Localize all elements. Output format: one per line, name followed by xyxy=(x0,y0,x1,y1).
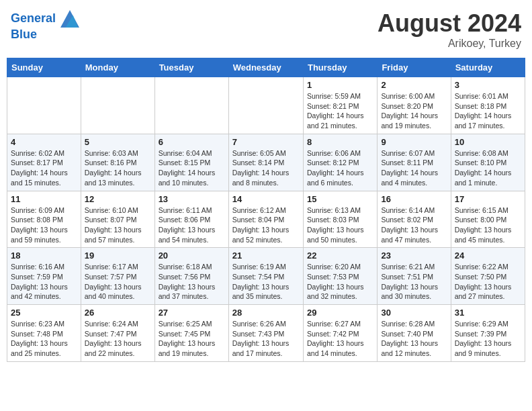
calendar-week-2: 4Sunrise: 6:02 AMSunset: 8:17 PMDaylight… xyxy=(7,134,525,191)
day-number: 8 xyxy=(307,137,373,147)
day-number: 4 xyxy=(11,137,77,147)
day-info: Sunrise: 6:14 AMSunset: 8:02 PMDaylight:… xyxy=(381,205,447,245)
day-number: 12 xyxy=(85,194,151,204)
logo: General Blue xyxy=(11,9,79,42)
day-info: Sunrise: 6:17 AMSunset: 7:57 PMDaylight:… xyxy=(85,262,151,302)
calendar-day-13: 13Sunrise: 6:11 AMSunset: 8:06 PMDayligh… xyxy=(154,191,228,248)
weekday-header-tuesday: Tuesday xyxy=(154,58,228,77)
calendar-day-15: 15Sunrise: 6:13 AMSunset: 8:03 PMDayligh… xyxy=(303,191,377,248)
calendar-day-28: 28Sunrise: 6:26 AMSunset: 7:43 PMDayligh… xyxy=(228,305,303,362)
calendar-day-21: 21Sunrise: 6:19 AMSunset: 7:54 PMDayligh… xyxy=(228,248,303,305)
day-number: 16 xyxy=(381,194,447,204)
day-info: Sunrise: 6:23 AMSunset: 7:48 PMDaylight:… xyxy=(11,319,77,359)
day-number: 28 xyxy=(232,308,300,318)
day-number: 26 xyxy=(85,308,151,318)
calendar-day-8: 8Sunrise: 6:06 AMSunset: 8:12 PMDaylight… xyxy=(303,134,377,191)
day-info: Sunrise: 6:09 AMSunset: 8:08 PMDaylight:… xyxy=(11,205,77,245)
day-info: Sunrise: 6:21 AMSunset: 7:51 PMDaylight:… xyxy=(381,262,447,302)
calendar-day-12: 12Sunrise: 6:10 AMSunset: 8:07 PMDayligh… xyxy=(81,191,154,248)
calendar-day-19: 19Sunrise: 6:17 AMSunset: 7:57 PMDayligh… xyxy=(81,248,154,305)
day-number: 18 xyxy=(11,250,77,261)
day-number: 2 xyxy=(381,80,447,90)
day-number: 20 xyxy=(159,250,225,261)
day-info: Sunrise: 6:18 AMSunset: 7:56 PMDaylight:… xyxy=(159,262,225,302)
calendar-day-1: 1Sunrise: 5:59 AMSunset: 8:21 PMDaylight… xyxy=(303,77,377,134)
day-number: 15 xyxy=(307,194,373,204)
calendar-day-22: 22Sunrise: 6:20 AMSunset: 7:53 PMDayligh… xyxy=(303,248,377,305)
day-number: 25 xyxy=(11,308,77,318)
weekday-header-row: SundayMondayTuesdayWednesdayThursdayFrid… xyxy=(7,58,525,77)
day-info: Sunrise: 6:20 AMSunset: 7:53 PMDaylight:… xyxy=(307,262,373,302)
day-info: Sunrise: 6:25 AMSunset: 7:45 PMDaylight:… xyxy=(159,319,225,359)
day-info: Sunrise: 6:29 AMSunset: 7:39 PMDaylight:… xyxy=(455,319,521,359)
day-info: Sunrise: 6:04 AMSunset: 8:15 PMDaylight:… xyxy=(159,148,225,188)
day-number: 3 xyxy=(455,80,521,90)
day-info: Sunrise: 6:13 AMSunset: 8:03 PMDaylight:… xyxy=(307,205,373,245)
calendar-week-3: 11Sunrise: 6:09 AMSunset: 8:08 PMDayligh… xyxy=(7,191,525,248)
calendar-day-20: 20Sunrise: 6:18 AMSunset: 7:56 PMDayligh… xyxy=(154,248,228,305)
day-number: 13 xyxy=(159,194,225,204)
calendar-day-empty xyxy=(154,77,228,134)
day-info: Sunrise: 6:02 AMSunset: 8:17 PMDaylight:… xyxy=(11,148,77,188)
day-info: Sunrise: 6:27 AMSunset: 7:42 PMDaylight:… xyxy=(307,319,373,359)
day-info: Sunrise: 6:08 AMSunset: 8:10 PMDaylight:… xyxy=(455,148,521,188)
day-number: 24 xyxy=(455,250,521,261)
weekday-header-wednesday: Wednesday xyxy=(228,58,303,77)
calendar-day-24: 24Sunrise: 6:22 AMSunset: 7:50 PMDayligh… xyxy=(451,248,525,305)
day-number: 10 xyxy=(455,137,521,147)
day-info: Sunrise: 6:16 AMSunset: 7:59 PMDaylight:… xyxy=(11,262,77,302)
day-number: 14 xyxy=(232,194,300,204)
calendar-day-23: 23Sunrise: 6:21 AMSunset: 7:51 PMDayligh… xyxy=(378,248,451,305)
calendar-day-empty xyxy=(228,77,303,134)
day-number: 5 xyxy=(85,137,151,147)
day-info: Sunrise: 6:07 AMSunset: 8:11 PMDaylight:… xyxy=(381,148,447,188)
day-number: 9 xyxy=(381,137,447,147)
day-number: 7 xyxy=(232,137,300,147)
day-number: 6 xyxy=(159,137,225,147)
day-number: 21 xyxy=(232,250,300,261)
day-info: Sunrise: 6:10 AMSunset: 8:07 PMDaylight:… xyxy=(85,205,151,245)
calendar-day-30: 30Sunrise: 6:28 AMSunset: 7:40 PMDayligh… xyxy=(378,305,451,362)
calendar-day-3: 3Sunrise: 6:01 AMSunset: 8:18 PMDaylight… xyxy=(451,77,525,134)
day-number: 11 xyxy=(11,194,77,204)
logo-text2: Blue xyxy=(11,28,79,42)
weekday-header-thursday: Thursday xyxy=(303,58,377,77)
day-info: Sunrise: 6:00 AMSunset: 8:20 PMDaylight:… xyxy=(381,91,447,131)
calendar-day-11: 11Sunrise: 6:09 AMSunset: 8:08 PMDayligh… xyxy=(7,191,81,248)
day-number: 17 xyxy=(455,194,521,204)
calendar-day-29: 29Sunrise: 6:27 AMSunset: 7:42 PMDayligh… xyxy=(303,305,377,362)
day-info: Sunrise: 6:19 AMSunset: 7:54 PMDaylight:… xyxy=(232,262,300,302)
calendar-week-1: 1Sunrise: 5:59 AMSunset: 8:21 PMDaylight… xyxy=(7,77,525,134)
calendar-day-17: 17Sunrise: 6:15 AMSunset: 8:00 PMDayligh… xyxy=(451,191,525,248)
calendar-table: SundayMondayTuesdayWednesdayThursdayFrid… xyxy=(7,58,525,362)
day-info: Sunrise: 6:06 AMSunset: 8:12 PMDaylight:… xyxy=(307,148,373,188)
day-info: Sunrise: 6:22 AMSunset: 7:50 PMDaylight:… xyxy=(455,262,521,302)
day-info: Sunrise: 6:12 AMSunset: 8:04 PMDaylight:… xyxy=(232,205,300,245)
day-info: Sunrise: 6:24 AMSunset: 7:47 PMDaylight:… xyxy=(85,319,151,359)
day-info: Sunrise: 6:11 AMSunset: 8:06 PMDaylight:… xyxy=(159,205,225,245)
day-number: 27 xyxy=(159,308,225,318)
calendar-day-2: 2Sunrise: 6:00 AMSunset: 8:20 PMDaylight… xyxy=(378,77,451,134)
day-info: Sunrise: 6:26 AMSunset: 7:43 PMDaylight:… xyxy=(232,319,300,359)
calendar-day-7: 7Sunrise: 6:05 AMSunset: 8:14 PMDaylight… xyxy=(228,134,303,191)
day-info: Sunrise: 5:59 AMSunset: 8:21 PMDaylight:… xyxy=(307,91,373,131)
logo-text: General xyxy=(11,9,79,28)
day-number: 1 xyxy=(307,80,373,90)
weekday-header-monday: Monday xyxy=(81,58,154,77)
calendar-day-16: 16Sunrise: 6:14 AMSunset: 8:02 PMDayligh… xyxy=(378,191,451,248)
calendar-day-10: 10Sunrise: 6:08 AMSunset: 8:10 PMDayligh… xyxy=(451,134,525,191)
day-info: Sunrise: 6:01 AMSunset: 8:18 PMDaylight:… xyxy=(455,91,521,131)
day-info: Sunrise: 6:28 AMSunset: 7:40 PMDaylight:… xyxy=(381,319,447,359)
calendar-day-6: 6Sunrise: 6:04 AMSunset: 8:15 PMDaylight… xyxy=(154,134,228,191)
day-number: 23 xyxy=(381,250,447,261)
calendar-day-empty xyxy=(7,77,81,134)
calendar-day-9: 9Sunrise: 6:07 AMSunset: 8:11 PMDaylight… xyxy=(378,134,451,191)
day-number: 31 xyxy=(455,308,521,318)
day-info: Sunrise: 6:15 AMSunset: 8:00 PMDaylight:… xyxy=(455,205,521,245)
calendar-day-empty xyxy=(81,77,154,134)
calendar-day-31: 31Sunrise: 6:29 AMSunset: 7:39 PMDayligh… xyxy=(451,305,525,362)
calendar-week-4: 18Sunrise: 6:16 AMSunset: 7:59 PMDayligh… xyxy=(7,248,525,305)
weekday-header-friday: Friday xyxy=(378,58,451,77)
calendar-day-4: 4Sunrise: 6:02 AMSunset: 8:17 PMDaylight… xyxy=(7,134,81,191)
page-header: General Blue August 2024 Arikoey, Turkey xyxy=(7,7,525,52)
